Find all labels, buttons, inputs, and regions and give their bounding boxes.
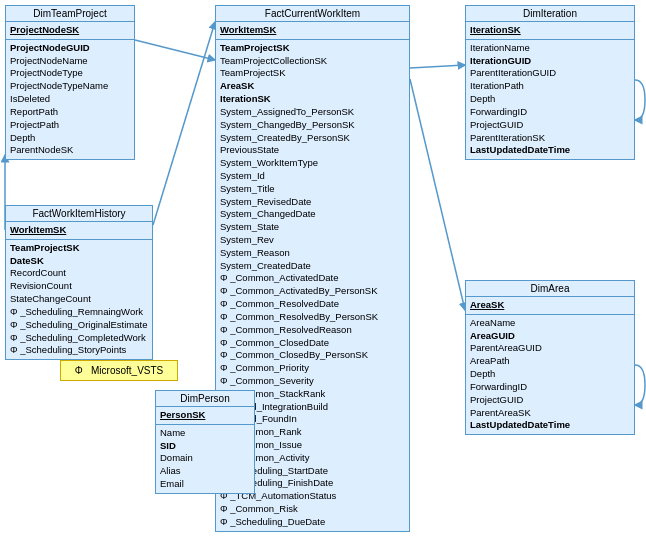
field-Common_ResolvedReason: Φ _Common_ResolvedReason (220, 324, 405, 337)
field-IterationPath: IterationPath (470, 80, 630, 93)
fields-DimTeamProject: ProjectNodeGUID ProjectNodeName ProjectN… (6, 40, 134, 159)
field-IterationSK-fct: IterationSK (220, 93, 405, 106)
field-WorkItemSK-fct: WorkItemSK (220, 24, 405, 37)
field-ProjectNodeType: ProjectNodeType (10, 67, 130, 80)
field-Domain: Domain (160, 452, 250, 465)
field-System_State: System_State (220, 221, 405, 234)
field-System_AssignedTo: System_AssignedTo_PersonSK (220, 106, 405, 119)
field-WorkItemSK-hist: WorkItemSK (10, 224, 148, 237)
field-Common_ClosedBy: Φ _Common_ClosedBy_PersonSK (220, 349, 405, 362)
field-System_Reason: System_Reason (220, 247, 405, 260)
field-Scheduling_StoryPoints: Φ _Scheduling_StoryPoints (10, 344, 148, 357)
table-DimArea: DimArea AreaSK AreaName AreaGUID ParentA… (465, 280, 635, 435)
table-title-FactWorkItemHistory: FactWorkItemHistory (6, 206, 152, 222)
field-Alias: Alias (160, 465, 250, 478)
field-Scheduling_DueDate: Φ _Scheduling_DueDate (220, 516, 405, 529)
table-title-DimTeamProject: DimTeamProject (6, 6, 134, 22)
field-StateChangeCount: StateChangeCount (10, 293, 148, 306)
field-System_Rev: System_Rev (220, 234, 405, 247)
field-AreaName: AreaName (470, 317, 630, 330)
field-ParentAreaGUID: ParentAreaGUID (470, 342, 630, 355)
field-ProjectNodeTypeName: ProjectNodeTypeName (10, 80, 130, 93)
field-Depth-area: Depth (470, 368, 630, 381)
field-Name: Name (160, 427, 250, 440)
field-Common_Priority: Φ _Common_Priority (220, 362, 405, 375)
field-Common_Risk: Φ _Common_Risk (220, 503, 405, 516)
pk-section-FactWorkItemHistory: WorkItemSK (6, 222, 152, 240)
field-Common_ActivatedDate: Φ _Common_ActivatedDate (220, 272, 405, 285)
field-AreaGUID: AreaGUID (470, 330, 630, 343)
table-title-DimPerson: DimPerson (156, 391, 254, 407)
conn-teamproject-fact (135, 40, 215, 60)
field-IterationGUID: IterationGUID (470, 55, 630, 68)
conn-fact-area (410, 79, 465, 310)
field-System_WorkItemType: System_WorkItemType (220, 157, 405, 170)
table-title-FactCurrentWorkItem: FactCurrentWorkItem (216, 6, 409, 22)
field-System_CreatedBy: System_CreatedBy_PersonSK (220, 132, 405, 145)
field-Common_Severity: Φ _Common_Severity (220, 375, 405, 388)
field-ParentNodeSK: ParentNodeSK (10, 144, 130, 157)
field-ProjectNodeName: ProjectNodeName (10, 55, 130, 68)
fields-DimIteration: IterationName IterationGUID ParentIterat… (466, 40, 634, 159)
field-LastUpdatedDateTime-iter: LastUpdatedDateTime (470, 144, 630, 157)
field-AreaSK: AreaSK (470, 299, 630, 312)
conn-fact-iteration (410, 65, 465, 68)
field-ForwardingID-area: ForwardingID (470, 381, 630, 394)
field-AreaSK-fct: AreaSK (220, 80, 405, 93)
microsoft-vsts-box: Φ Microsoft_VSTS (60, 360, 178, 381)
field-Email: Email (160, 478, 250, 491)
field-Common_ClosedDate: Φ _Common_ClosedDate (220, 337, 405, 350)
pk-section-DimArea: AreaSK (466, 297, 634, 315)
field-Scheduling_CompletedWork: Φ _Scheduling_CompletedWork (10, 332, 148, 345)
field-Common_ResolvedDate: Φ _Common_ResolvedDate (220, 298, 405, 311)
fields-DimPerson: Name SID Domain Alias Email (156, 425, 254, 493)
fields-DimArea: AreaName AreaGUID ParentAreaGUID AreaPat… (466, 315, 634, 434)
table-FactWorkItemHistory: FactWorkItemHistory WorkItemSK TeamProje… (5, 205, 153, 360)
field-System_Id: System_Id (220, 170, 405, 183)
field-ProjectPath: ProjectPath (10, 119, 130, 132)
field-TeamProjectSK-fct: TeamProjectSK (220, 42, 405, 55)
field-ProjectNodeSK: ProjectNodeSK (10, 24, 130, 37)
field-ProjectNodeGUID: ProjectNodeGUID (10, 42, 130, 55)
pk-section-FactCurrentWorkItem: WorkItemSK (216, 22, 409, 40)
field-ProjectGUID-area: ProjectGUID (470, 394, 630, 407)
field-Scheduling_OriginalEstimate: Φ _Scheduling_OriginalEstimate (10, 319, 148, 332)
field-AreaPath: AreaPath (470, 355, 630, 368)
field-ParentIterationSK: ParentIterationSK (470, 132, 630, 145)
conn-hist-fact (153, 22, 215, 225)
field-RevisionCount: RevisionCount (10, 280, 148, 293)
field-PersonSK: PersonSK (160, 409, 250, 422)
field-IsDeleted: IsDeleted (10, 93, 130, 106)
conn-area-self (635, 365, 645, 405)
field-DateSK: DateSK (10, 255, 148, 268)
field-IterationSK: IterationSK (470, 24, 630, 37)
field-System_RevisedDate: System_RevisedDate (220, 196, 405, 209)
field-Common_ResolvedBy: Φ _Common_ResolvedBy_PersonSK (220, 311, 405, 324)
pk-section-DimTeamProject: ProjectNodeSK (6, 22, 134, 40)
field-TeamProjectSK2: TeamProjectSK (220, 67, 405, 80)
field-System_Title: System_Title (220, 183, 405, 196)
field-SID: SID (160, 440, 250, 453)
field-Common_ActivatedBy: Φ _Common_ActivatedBy_PersonSK (220, 285, 405, 298)
table-DimTeamProject: DimTeamProject ProjectNodeSK ProjectNode… (5, 5, 135, 160)
field-TeamProjectSK-hist: TeamProjectSK (10, 242, 148, 255)
field-ForwardingID-iter: ForwardingID (470, 106, 630, 119)
field-System_ChangedBy: System_ChangedBy_PersonSK (220, 119, 405, 132)
fields-FactWorkItemHistory: TeamProjectSK DateSK RecordCount Revisio… (6, 240, 152, 359)
table-DimIteration: DimIteration IterationSK IterationName I… (465, 5, 635, 160)
field-ReportPath: ReportPath (10, 106, 130, 119)
microsoft-vsts-label: Φ Microsoft_VSTS (75, 365, 164, 376)
table-DimPerson: DimPerson PersonSK Name SID Domain Alias… (155, 390, 255, 494)
table-title-DimArea: DimArea (466, 281, 634, 297)
pk-section-DimIteration: IterationSK (466, 22, 634, 40)
field-Depth-iter: Depth (470, 93, 630, 106)
field-ParentAreaSK: ParentAreaSK (470, 407, 630, 420)
field-Scheduling_RemnaingWork: Φ _Scheduling_RemnaingWork (10, 306, 148, 319)
field-RecordCount: RecordCount (10, 267, 148, 280)
pk-section-DimPerson: PersonSK (156, 407, 254, 425)
diagram-container: DimTeamProject ProjectNodeSK ProjectNode… (0, 0, 646, 540)
conn-iteration-self (635, 80, 645, 120)
field-ProjectGUID-iter: ProjectGUID (470, 119, 630, 132)
field-System_ChangedDate: System_ChangedDate (220, 208, 405, 221)
field-TeamProjectCollectionSK: TeamProjectCollectionSK (220, 55, 405, 68)
